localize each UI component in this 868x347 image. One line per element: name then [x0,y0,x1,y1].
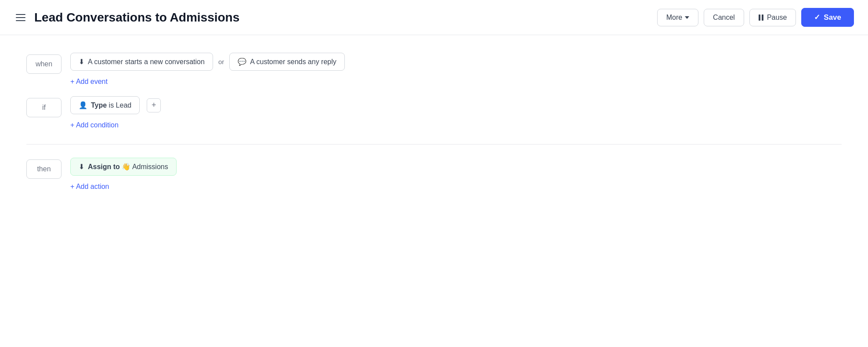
then-row: then ⬇ Assign to 👋 Admissions + Add acti… [26,158,842,192]
add-condition-link[interactable]: + Add condition [70,119,161,131]
person-icon: 👤 [79,101,87,109]
add-action-link[interactable]: + Add action [70,181,177,192]
if-label: if [26,98,61,117]
event1-text: A customer starts a new conversation [88,58,205,66]
chat-icon: 💬 [238,58,246,66]
event1-chip[interactable]: ⬇ A customer starts a new conversation [70,53,213,71]
main-content: when ⬇ A customer starts a new conversat… [0,35,868,347]
condition-chip[interactable]: 👤 Type is Lead [70,96,140,114]
when-conditions-area: ⬇ A customer starts a new conversation o… [70,53,345,87]
condition-text: Type is Lead [91,101,131,109]
or-label: or [218,58,224,65]
more-label: More [666,14,682,22]
event2-text: A customer sends any reply [250,58,336,66]
menu-icon[interactable] [14,12,27,23]
action-chip[interactable]: ⬇ Assign to 👋 Admissions [70,158,177,176]
pause-icon [759,14,763,21]
save-button[interactable]: ✓ Save [801,8,854,27]
add-condition-plus-button[interactable]: + [147,98,161,112]
section-divider [26,144,842,145]
cancel-label: Cancel [713,14,735,22]
pause-button[interactable]: Pause [749,9,796,26]
header: Lead Conversations to Admissions More Ca… [0,0,868,35]
add-event-link[interactable]: + Add event [70,76,345,87]
if-row: if 👤 Type is Lead + + Add condition [26,96,842,131]
page-title: Lead Conversations to Admissions [34,11,239,25]
when-row: when ⬇ A customer starts a new conversat… [26,53,842,87]
more-button[interactable]: More [657,9,698,26]
cancel-button[interactable]: Cancel [704,9,744,26]
event2-chip[interactable]: 💬 A customer sends any reply [229,53,345,71]
then-label: then [26,159,61,179]
save-label: Save [824,13,841,22]
if-conditions-area: 👤 Type is Lead + + Add condition [70,96,161,131]
when-label: when [26,54,61,74]
pause-label: Pause [767,14,787,22]
then-actions-area: ⬇ Assign to 👋 Admissions + Add action [70,158,177,192]
assign-icon: ⬇ [79,163,84,171]
chevron-down-icon [685,16,689,19]
check-icon: ✓ [814,13,820,22]
action-text: Assign to 👋 Admissions [88,163,168,171]
download-icon: ⬇ [79,58,84,66]
